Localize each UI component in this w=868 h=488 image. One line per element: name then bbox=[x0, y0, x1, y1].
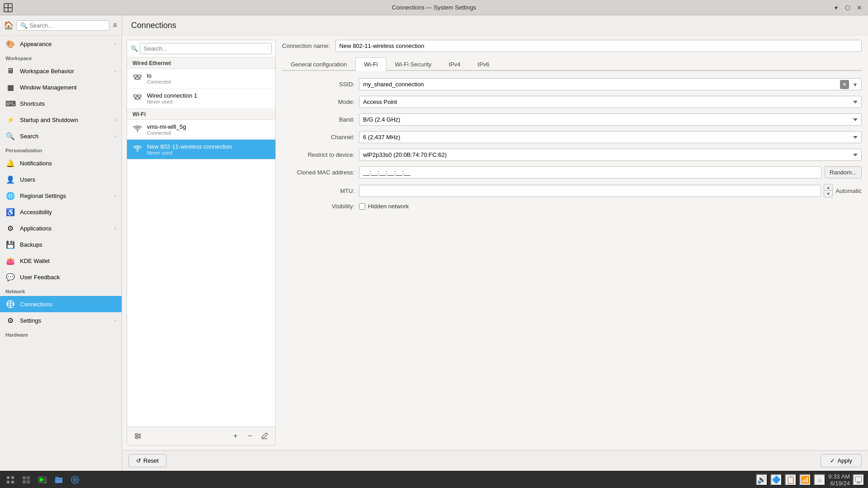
mac-input[interactable] bbox=[359, 166, 822, 178]
taskbar-filemanager-button[interactable] bbox=[52, 473, 66, 487]
hidden-network-label[interactable]: Hidden network bbox=[368, 203, 409, 210]
sidebar-item-label: Notifications bbox=[20, 160, 116, 167]
band-select[interactable]: B/G (2.4 GHz) A (5 GHz) bbox=[359, 113, 862, 126]
edit-connection-button[interactable] bbox=[258, 430, 271, 442]
mtu-input[interactable] bbox=[359, 185, 821, 197]
ssid-label: SSID: bbox=[282, 81, 354, 88]
minimize-button[interactable]: ▾ bbox=[831, 3, 841, 13]
hamburger-menu-button[interactable]: ≡ bbox=[112, 19, 118, 32]
sidebar-item-kde-wallet[interactable]: 👛 KDE Wallet bbox=[0, 253, 122, 269]
clipboard-icon-button[interactable]: 📋 bbox=[785, 474, 797, 486]
titlebar: Connections — System Settings ▾ ⬡ ✕ bbox=[0, 0, 868, 15]
taskbar-browser-button[interactable] bbox=[68, 473, 82, 487]
connection-item-vms-wifi[interactable]: vms-mi-wifi_5g Connected bbox=[127, 120, 275, 140]
hidden-network-checkbox[interactable] bbox=[359, 203, 365, 210]
detail-tabs: General configuration Wi-Fi Wi-Fi Securi… bbox=[282, 57, 862, 71]
settings-icon: ⚙ bbox=[5, 315, 15, 325]
connection-info: vms-mi-wifi_5g Connected bbox=[147, 123, 270, 136]
random-mac-button[interactable]: Random... bbox=[825, 166, 862, 178]
ssid-clear-button[interactable]: ✕ bbox=[840, 80, 849, 89]
sidebar-item-accessibility[interactable]: ♿ Accessibility bbox=[0, 204, 122, 220]
tab-ipv4[interactable]: IPv4 bbox=[440, 57, 469, 71]
connection-name-input[interactable] bbox=[335, 40, 862, 52]
adjust-connection-button[interactable] bbox=[132, 430, 144, 442]
wired-connection-icon bbox=[132, 92, 142, 104]
regional-icon: 🌐 bbox=[5, 191, 15, 201]
restore-button[interactable]: ⬡ bbox=[843, 3, 853, 13]
sidebar-item-window-management[interactable]: ▦ Window Management bbox=[0, 79, 122, 95]
expand-tray-button[interactable]: ▲ bbox=[814, 474, 826, 486]
user-feedback-icon: 💬 bbox=[5, 272, 15, 282]
ssid-input[interactable] bbox=[359, 78, 862, 90]
connection-item-wired1[interactable]: Wired connection 1 Never used bbox=[127, 89, 275, 108]
connections-toolbar: + − bbox=[127, 427, 275, 445]
apply-button[interactable]: ✓ Apply bbox=[821, 454, 862, 467]
show-desktop-button[interactable] bbox=[853, 474, 864, 486]
sidebar-item-applications[interactable]: ⚙ Applications › bbox=[0, 220, 122, 236]
home-button[interactable]: 🏠 bbox=[4, 18, 14, 33]
tab-wifi-security[interactable]: Wi-Fi Security bbox=[387, 57, 440, 71]
kde-wallet-icon: 👛 bbox=[5, 256, 15, 266]
mode-select[interactable]: Access Point Infrastructure Ad-Hoc bbox=[359, 96, 862, 108]
restrict-device-select[interactable]: wlP2p33s0 (20:0B:74:70:FC:62) bbox=[359, 149, 862, 161]
remove-connection-button[interactable]: − bbox=[244, 430, 256, 442]
sidebar-item-user-feedback[interactable]: 💬 User Feedback bbox=[0, 269, 122, 285]
app-menu-button[interactable] bbox=[4, 473, 17, 487]
sidebar: 🏠 🔍 ≡ 🎨 Appearance › Workspace 🖥 Workspa… bbox=[0, 15, 122, 471]
sidebar-search-input[interactable] bbox=[29, 22, 105, 29]
sidebar-item-appearance[interactable]: 🎨 Appearance › bbox=[0, 36, 122, 52]
apply-label: Apply bbox=[837, 457, 852, 464]
chevron-right-icon: › bbox=[114, 318, 116, 323]
apply-icon: ✓ bbox=[830, 457, 835, 464]
tab-wifi[interactable]: Wi-Fi bbox=[355, 57, 386, 71]
sidebar-scroll: 🎨 Appearance › Workspace 🖥 Workspace Beh… bbox=[0, 36, 122, 471]
sidebar-item-notifications[interactable]: 🔔 Notifications bbox=[0, 155, 122, 171]
bluetooth-icon-button[interactable]: 🔷 bbox=[770, 474, 782, 486]
sidebar-item-search[interactable]: 🔍 Search › bbox=[0, 128, 122, 144]
taskbar-app-1[interactable] bbox=[19, 473, 33, 487]
sidebar-item-startup-shutdown[interactable]: ⚡ Startup and Shutdown › bbox=[0, 112, 122, 128]
network-icon-button[interactable]: 📶 bbox=[799, 474, 811, 486]
sidebar-item-label: Shortcuts bbox=[20, 100, 116, 107]
sidebar-item-label: Backups bbox=[20, 241, 116, 248]
connection-item-new-wifi[interactable]: New 802-11-wireless connection Never use… bbox=[127, 140, 275, 160]
ssid-dropdown-button[interactable]: ▾ bbox=[850, 80, 860, 89]
sidebar-item-shortcuts[interactable]: ⌨ Shortcuts bbox=[0, 95, 122, 112]
sidebar-item-workspace-behavior[interactable]: 🖥 Workspace Behavior › bbox=[0, 63, 122, 79]
svg-rect-8 bbox=[138, 75, 141, 77]
channel-select[interactable]: 6 (2,437 MHz) 1 (2,412 MHz) 11 (2,462 MH… bbox=[359, 131, 862, 143]
sidebar-item-users[interactable]: 👤 Users bbox=[0, 171, 122, 188]
connection-details-panel: Connection name: General configuration W… bbox=[276, 35, 868, 450]
connection-info: Wired connection 1 Never used bbox=[147, 92, 270, 104]
taskbar-tray: 🔊 🔷 📋 📶 ▲ 9:33 AM 6/19/24 bbox=[756, 473, 864, 487]
mac-control: Random... bbox=[359, 166, 862, 178]
connection-item-lo[interactable]: lo Connected bbox=[127, 69, 275, 89]
accessibility-icon: ♿ bbox=[5, 207, 15, 217]
sidebar-item-settings[interactable]: ⚙ Settings › bbox=[0, 312, 122, 328]
channel-row: Channel: 6 (2,437 MHz) 1 (2,412 MHz) 11 … bbox=[282, 131, 862, 143]
svg-text:▶_: ▶_ bbox=[40, 476, 47, 483]
backups-icon: 💾 bbox=[5, 239, 15, 249]
sidebar-item-backups[interactable]: 💾 Backups bbox=[0, 236, 122, 253]
reset-button[interactable]: ↺ Reset bbox=[128, 454, 166, 467]
mtu-increment-button[interactable]: ▲ bbox=[824, 184, 832, 191]
visibility-label: Visibility: bbox=[282, 203, 354, 210]
mtu-decrement-button[interactable]: ▼ bbox=[824, 191, 832, 197]
tab-general-configuration[interactable]: General configuration bbox=[282, 57, 355, 71]
connection-info: lo Connected bbox=[147, 72, 270, 84]
sidebar-item-regional[interactable]: 🌐 Regional Settings › bbox=[0, 188, 122, 204]
sidebar-item-label: Connections bbox=[20, 301, 116, 308]
svg-rect-7 bbox=[134, 75, 137, 77]
svg-rect-31 bbox=[11, 476, 14, 479]
connection-name: vms-mi-wifi_5g bbox=[147, 123, 270, 130]
tab-ipv6[interactable]: IPv6 bbox=[469, 57, 498, 71]
close-button[interactable]: ✕ bbox=[854, 3, 864, 13]
sidebar-item-label: Users bbox=[20, 176, 116, 183]
svg-rect-2 bbox=[9, 4, 12, 7]
taskbar-terminal-button[interactable]: ▶_ bbox=[35, 473, 50, 487]
connections-search-input[interactable] bbox=[140, 43, 272, 54]
volume-icon-button[interactable]: 🔊 bbox=[756, 474, 768, 486]
add-connection-button[interactable]: + bbox=[229, 430, 242, 442]
sidebar-item-connections[interactable]: Connections bbox=[0, 296, 122, 312]
personalization-section-label: Personalization bbox=[0, 144, 122, 155]
